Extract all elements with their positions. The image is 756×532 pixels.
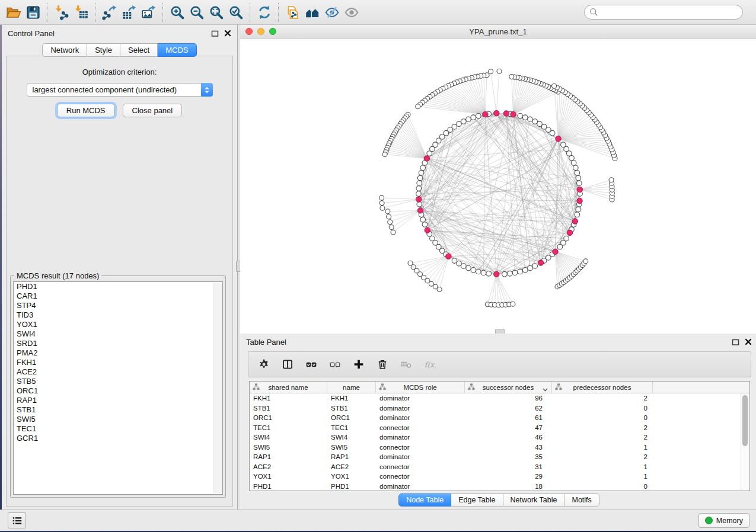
mcds-result-item[interactable]: SRD1 [14,339,222,348]
mcds-result-list[interactable]: PHD1CAR1STP4TID3YOX1SWI4SRD1PMA2FKH1ACE2… [13,281,223,495]
table-row[interactable]: TEC1TEC1connector472 [250,423,749,433]
mcds-result-item[interactable]: ORC1 [14,386,222,396]
export-table-button[interactable] [119,1,139,24]
mcds-result-item[interactable]: SWI5 [14,415,222,424]
table-scrollbar[interactable] [741,393,749,490]
network-title: YPA_prune.txt_1 [469,27,527,36]
mcds-result-item[interactable]: GCR1 [14,434,222,443]
close-panel-button[interactable]: Close panel [123,104,183,117]
table-settings-button[interactable] [258,357,270,371]
mcds-result-item[interactable]: SWI4 [14,329,222,339]
network-window-titlebar[interactable]: YPA_prune.txt_1 [240,25,756,39]
mcds-result-item[interactable]: RAP1 [14,396,222,405]
mcds-result-item[interactable]: STB5 [14,377,222,386]
toolbar-separator [162,3,163,22]
column-header-name[interactable]: name [327,382,376,393]
cell-name: SWI5 [327,444,376,451]
tab-motifs[interactable]: Motifs [564,493,599,507]
tab-edge-table[interactable]: Edge Table [451,493,503,507]
zoom-out-button[interactable] [187,1,206,24]
open-session-button[interactable] [4,1,23,24]
tab-node-table[interactable]: Node Table [398,493,451,507]
mcds-result-item[interactable]: YOX1 [14,320,222,329]
svg-text:f(x): f(x) [425,360,436,369]
column-header-predecessor-nodes[interactable]: predecessor nodes [552,382,653,393]
mcds-result-item[interactable]: CAR1 [14,291,222,301]
network-canvas[interactable] [240,38,756,334]
zoom-fit-button[interactable] [206,1,226,24]
function-builder-button: f(x) [424,357,436,371]
close-window-icon[interactable] [245,28,253,35]
deselect-all-rows-button[interactable] [329,357,341,371]
mcds-result-item[interactable]: ACE2 [14,367,222,377]
cell-MCDS-role: connector [376,444,465,451]
tab-style[interactable]: Style [87,43,120,57]
delete-rows-button[interactable] [377,357,388,371]
zoom-selected-button[interactable] [226,1,245,24]
table-row[interactable]: SWI5SWI5connector431 [250,443,749,453]
float-panel-icon[interactable] [732,338,739,346]
column-header-filler [653,382,742,393]
cell-predecessor-nodes: 1 [552,444,653,451]
cell-name: SWI4 [327,434,376,441]
mcds-result-item[interactable]: TEC1 [14,424,222,434]
task-history-button[interactable] [8,512,26,528]
column-header-MCDS-role[interactable]: MCDS role [376,382,465,393]
select-all-rows-button[interactable] [305,357,317,371]
run-mcds-button[interactable]: Run MCDS [57,104,115,117]
mcds-result-item[interactable]: FKH1 [14,358,222,367]
import-network-button[interactable] [52,1,71,24]
refresh-view-button[interactable] [254,1,274,24]
mcds-result-item[interactable]: STB1 [14,405,222,415]
mcds-result-item[interactable]: PMA2 [14,348,222,358]
export-image-button[interactable] [139,1,158,24]
toolbar-separator [95,3,95,22]
import-table-button[interactable] [71,1,91,24]
list-scrollbar[interactable] [213,283,222,493]
scrollbar-thumb[interactable] [742,395,748,446]
hide-panels-button[interactable] [322,1,342,24]
table-row[interactable]: YOX1YOX1connector291 [250,472,749,482]
float-panel-icon[interactable] [211,30,219,37]
cell-shared-name: SWI5 [250,444,327,451]
tab-network-table[interactable]: Network Table [503,493,565,507]
zoom-in-button[interactable] [167,1,187,24]
cell-MCDS-role: connector [376,463,465,470]
maximize-window-icon[interactable] [269,28,276,35]
column-header-shared-name[interactable]: shared name [250,382,327,393]
table-row[interactable]: STB1STB1dominator620 [250,403,749,414]
mcds-result-item[interactable]: PHD1 [14,282,222,291]
minimize-window-icon[interactable] [257,28,264,35]
cell-successor-nodes: 47 [465,424,552,431]
criterion-dropdown[interactable]: largest connected component (undirected) [27,83,213,97]
table-row[interactable]: SWI4SWI4dominator462 [250,432,749,443]
search-input[interactable] [599,7,742,17]
export-network-button[interactable] [100,1,119,24]
close-panel-icon[interactable] [224,30,231,37]
toolbar-separator [47,3,47,22]
table-row[interactable]: PHD1PHD1dominator180 [250,482,749,492]
node-table: shared namenameMCDS rolesuccessor nodesp… [249,381,750,491]
tab-network[interactable]: Network [42,43,87,57]
mcds-result-item[interactable]: TID3 [14,310,222,320]
network-overview-button[interactable] [302,1,322,24]
column-header-successor-nodes[interactable]: successor nodes [465,382,552,393]
add-row-button[interactable] [353,357,365,371]
show-columns-button[interactable] [282,357,294,371]
table-toolbar: f(x) [248,351,751,377]
table-row[interactable]: ACE2ACE2connector311 [250,462,749,472]
clone-network-button[interactable] [283,1,302,24]
mcds-result-item[interactable]: STP4 [14,301,222,310]
tab-select[interactable]: Select [120,43,158,57]
search-box[interactable] [584,5,743,20]
table-row[interactable]: FKH1FKH1dominator962 [250,393,749,403]
optimization-criterion-label: Optimization criterion: [7,68,232,76]
show-hidden-button[interactable] [342,1,361,24]
save-session-button[interactable] [23,1,43,24]
mcds-result-group: MCDS result (17 nodes) PHD1CAR1STP4TID3Y… [10,275,226,498]
table-row[interactable]: ORC1ORC1dominator610 [250,413,749,423]
close-panel-icon[interactable] [745,338,752,345]
table-row[interactable]: RAP1RAP1dominator352 [250,452,749,462]
tab-mcds[interactable]: MCDS [158,43,196,57]
memory-button[interactable]: Memory [698,513,749,528]
